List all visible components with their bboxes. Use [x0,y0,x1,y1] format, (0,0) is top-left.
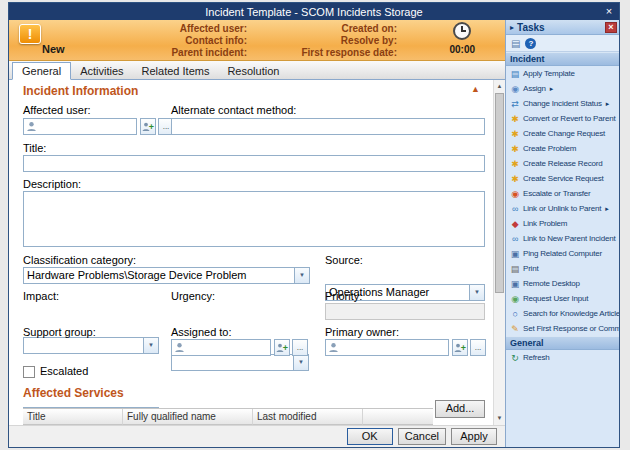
apply-template-icon: ▤ [510,69,520,79]
task-print[interactable]: ▤Print [506,261,619,276]
urgency-dropdown[interactable] [171,354,309,371]
primary-owner-browse-button[interactable]: ... [470,339,486,356]
description-label: Description: [23,178,81,190]
tasks-sections: Incident▤Apply Template◉Assign▸⇄Change I… [506,52,619,447]
first-response-icon: ✎ [510,324,520,334]
task-label: Ping Related Computer [523,249,602,258]
plus-icon: + [149,122,154,132]
column-header-fqn[interactable]: Fully qualified name [123,409,253,425]
impact-label: Impact: [23,290,59,302]
collapse-chevron-icon[interactable]: ▲ [471,84,480,94]
task-create-change-request[interactable]: ✱Create Change Request [506,126,619,141]
assigned-to-browse-button[interactable]: ... [292,339,308,356]
scroll-thumb[interactable] [495,93,504,293]
classification-dropdown[interactable]: Hardware Problems\Storage Device Problem [23,267,310,284]
flyout-arrow-icon: ▸ [606,100,609,108]
ping-computer-icon: ▣ [510,249,520,259]
title-label: Title: [23,142,46,154]
header-parent-incident-label: Parent incident: [137,47,247,58]
window-close-icon[interactable] [602,5,616,18]
tab-related-items[interactable]: Related Items [133,63,219,79]
create-change-icon: ✱ [510,129,520,139]
add-user-button[interactable]: + [274,339,290,356]
tab-strip: GeneralActivitiesRelated ItemsResolution [9,61,505,80]
column-header-title[interactable]: Title [23,409,123,425]
task-create-service-request[interactable]: ✱Create Service Request [506,171,619,186]
primary-owner-picker[interactable] [325,339,449,356]
header-contact-info-label: Contact info: [137,35,247,46]
task-assign[interactable]: ◉Assign▸ [506,81,619,96]
task-search-for-knowledge-articles[interactable]: ○Search for Knowledge Articles [506,306,619,321]
tab-general[interactable]: General [12,62,71,80]
assigned-to-picker[interactable] [171,339,271,356]
cancel-button[interactable]: Cancel [398,428,446,445]
person-icon [26,121,37,132]
priority-field [325,303,485,320]
column-header-last-modified[interactable]: Last modified [253,409,363,425]
task-convert-or-revert-to-parent[interactable]: ✱Convert or Revert to Parent [506,111,619,126]
primary-owner-label: Primary owner: [325,326,399,338]
task-escalate-or-transfer[interactable]: ◉Escalate or Transfer [506,186,619,201]
assign-icon: ◉ [510,84,520,94]
task-link-to-new-parent-incident[interactable]: ∞Link to New Parent Incident [506,231,619,246]
scroll-track[interactable] [494,93,505,412]
escalate-icon: ◉ [510,189,520,199]
alt-contact-input[interactable] [171,118,485,135]
task-link-problem[interactable]: ◆Link Problem [506,216,619,231]
task-remote-desktop[interactable]: ▣Remote Desktop [506,276,619,291]
search-knowledge-icon: ○ [510,309,520,319]
title-input[interactable] [23,155,485,172]
scroll-up-icon[interactable]: ▲ [494,80,505,93]
clipboard-icon[interactable]: ▤ [511,38,520,49]
escalated-label: Escalated [40,365,88,377]
classification-value: Hardware Problems\Storage Device Problem [27,269,246,281]
affected-user-picker[interactable] [23,118,137,135]
scroll-down-icon[interactable]: ▼ [494,412,505,425]
affected-user-label: Affected user: [23,104,91,116]
task-link-or-unlink-to-parent[interactable]: ∞Link or Unlink to Parent▸ [506,201,619,216]
header-first-response-label: First response date: [275,47,397,58]
task-label: Create Service Request [523,174,604,183]
window-title: Incident Template - SCOM Incidents Stora… [205,6,422,18]
incident-template-window: Incident Template - SCOM Incidents Stora… [8,2,620,448]
request-input-icon: ◉ [510,294,520,304]
task-request-user-input[interactable]: ◉Request User Input [506,291,619,306]
create-release-icon: ✱ [510,159,520,169]
section-incident-information: Incident Information [23,84,138,98]
task-change-incident-status[interactable]: ⇄Change Incident Status▸ [506,96,619,111]
print-icon: ▤ [510,264,520,274]
impact-dropdown[interactable] [23,337,159,354]
tasks-close-icon[interactable] [605,22,617,33]
task-create-release-record[interactable]: ✱Create Release Record [506,156,619,171]
header-affected-user-label: Affected user: [137,23,247,34]
task-label: Request User Input [523,294,588,303]
task-label: Link Problem [523,219,567,228]
ok-button[interactable]: OK [347,428,393,445]
tab-resolution[interactable]: Resolution [218,63,288,79]
task-create-problem[interactable]: ✱Create Problem [506,141,619,156]
task-set-first-response-or-comment[interactable]: ✎Set First Response or Comment [506,321,619,336]
add-user-button[interactable]: + [452,339,468,356]
task-refresh[interactable]: ↻Refresh [506,350,619,365]
escalated-checkbox[interactable] [23,366,35,378]
tab-activities[interactable]: Activities [71,63,132,79]
add-service-button[interactable]: Add... [435,400,485,418]
person-icon [174,342,185,353]
flyout-arrow-icon: ▸ [550,85,553,93]
assigned-to-label: Assigned to: [171,326,232,338]
affected-services-table: Title Fully qualified name Last modified [23,408,433,425]
plus-icon: + [283,343,288,353]
add-user-button[interactable]: + [140,118,156,135]
description-textarea[interactable] [23,191,485,247]
section-affected-services: Affected Services [23,386,124,400]
form-scrollbar[interactable]: ▲ ▼ [493,80,505,425]
tasks-section-incident[interactable]: Incident [506,52,619,66]
apply-button[interactable]: Apply [451,428,497,445]
priority-label: Priority: [325,290,362,302]
tasks-section-general[interactable]: General [506,336,619,350]
task-ping-related-computer[interactable]: ▣Ping Related Computer [506,246,619,261]
help-icon[interactable] [525,38,536,49]
task-apply-template[interactable]: ▤Apply Template [506,66,619,81]
alt-contact-label: Alternate contact method: [171,104,296,116]
incident-warning-icon [19,24,41,44]
